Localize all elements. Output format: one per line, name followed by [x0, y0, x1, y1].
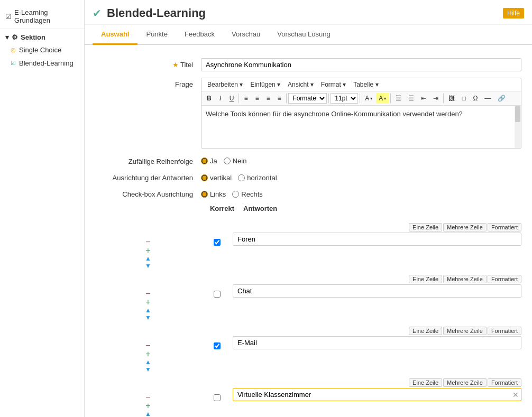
menu-einfuegen[interactable]: Einfügen ▾	[246, 79, 284, 90]
menu-format[interactable]: Format ▾	[317, 79, 350, 90]
answer-4-input[interactable]	[233, 388, 521, 401]
answer-2-input[interactable]	[233, 284, 521, 298]
answer-2-plus-btn[interactable]: +	[145, 298, 150, 307]
checkbox-rechts-radio[interactable]	[232, 191, 239, 198]
zufaellige-nein-label[interactable]: Nein	[224, 157, 247, 165]
answer-2-formatiert-btn[interactable]: Formatiert	[488, 275, 521, 283]
toolbar-link[interactable]: 🔗	[494, 93, 509, 104]
answer-2-down-btn[interactable]: ▼	[145, 314, 151, 321]
answer-3-input[interactable]	[233, 336, 521, 349]
help-button[interactable]: Hilfe	[503, 8, 524, 18]
sidebar: ☑ E-Learning Grundlagen ▾ ⚙ Sektion ◎ Si…	[0, 0, 85, 417]
answer-1-checkbox[interactable]	[214, 239, 221, 246]
sidebar-item-blended-learning[interactable]: ☑ Blended-Learning	[0, 57, 84, 70]
toolbar-align-left[interactable]: ≡	[241, 93, 251, 104]
answer-3-minus-btn[interactable]: −	[145, 341, 150, 350]
answer-1-plus-btn[interactable]: +	[145, 246, 150, 255]
ausrichtung-vertikal-label[interactable]: vertikal	[201, 174, 232, 182]
zufaellige-ja-label[interactable]: Ja	[201, 157, 217, 165]
answer-3-up-btn[interactable]: ▲	[145, 358, 151, 366]
answer-row-1: − + ▲ ▼ Eine Zeile Mehrere Zeile Formati…	[95, 223, 521, 270]
toolbar-align-center[interactable]: ≡	[252, 93, 262, 104]
answer-4-eine-zeile-btn[interactable]: Eine Zeile	[409, 378, 442, 387]
answer-3-formatiert-btn[interactable]: Formatiert	[488, 327, 521, 335]
toolbar-italic[interactable]: I	[215, 93, 226, 104]
answer-2-mehrere-zeile-btn[interactable]: Mehrere Zeile	[443, 275, 487, 283]
answer-4-mehrere-zeile-btn[interactable]: Mehrere Zeile	[443, 378, 487, 387]
answer-1-mehrere-zeile-btn[interactable]: Mehrere Zeile	[443, 223, 487, 231]
zufaellige-row: Zufällige Reihenfolge Ja Nein	[95, 155, 521, 165]
toolbar-bold[interactable]: B	[204, 93, 215, 104]
toolbar-font-size[interactable]: 11pt	[331, 93, 358, 104]
sidebar-item-single-choice[interactable]: ◎ Single Choice	[0, 43, 84, 57]
toolbar-image[interactable]: 🖼	[445, 93, 458, 104]
answer-4-btns: Eine Zeile Mehrere Zeile Formatiert	[233, 378, 521, 387]
answer-2-checkbox[interactable]	[214, 291, 221, 298]
zufaellige-ja-text: Ja	[210, 157, 217, 165]
toolbar-font-color[interactable]: A ▾	[362, 93, 375, 104]
answer-3-down-btn[interactable]: ▼	[145, 366, 151, 373]
toolbar-bg-color[interactable]: A ▾	[376, 93, 389, 104]
answer-2-eine-zeile-btn[interactable]: Eine Zeile	[409, 275, 442, 283]
toolbar-media[interactable]: □	[458, 93, 469, 104]
toolbar-align-right[interactable]: ≡	[263, 93, 273, 104]
ausrichtung-horizontal-label[interactable]: horizontal	[238, 174, 277, 182]
answer-4-minus-btn[interactable]: −	[145, 393, 150, 402]
answer-3-mehrere-zeile-btn[interactable]: Mehrere Zeile	[443, 327, 487, 335]
tab-vorschau[interactable]: Vorschau	[223, 25, 269, 45]
sidebar-elearning-label: E-Learning Grundlagen	[14, 8, 79, 24]
menu-bearbeiten[interactable]: Bearbeiten ▾	[204, 79, 246, 90]
answer-2-up-btn[interactable]: ▲	[145, 307, 151, 314]
answer-4-plus-btn[interactable]: +	[145, 402, 150, 410]
answer-4-controls: − + ▲ ▼	[95, 378, 201, 417]
zufaellige-ja-radio[interactable]	[201, 157, 208, 164]
menu-ansicht[interactable]: Ansicht ▾	[284, 79, 317, 90]
tab-punkte[interactable]: Punkte	[137, 25, 176, 45]
toolbar-outdent[interactable]: ⇤	[418, 93, 429, 104]
ausrichtung-horizontal-radio[interactable]	[238, 174, 245, 181]
tab-feedback[interactable]: Feedback	[176, 25, 223, 45]
toolbar-justify[interactable]: ≡	[274, 93, 285, 104]
toolbar-underline[interactable]: U	[226, 93, 237, 104]
answer-3-eine-zeile-btn[interactable]: Eine Zeile	[409, 327, 442, 335]
toolbar-indent[interactable]: ⇥	[430, 93, 442, 104]
answer-4-up-btn[interactable]: ▲	[145, 410, 151, 417]
toolbar-ul[interactable]: ☰	[392, 93, 405, 104]
answer-4-clear-btn[interactable]: ✕	[512, 391, 519, 399]
answer-1-up-btn[interactable]: ▲	[145, 255, 151, 262]
zufaellige-label: Zufällige Reihenfolge	[95, 155, 201, 165]
editor-body[interactable]: Welche Tools können für die asynchrone O…	[201, 106, 521, 148]
sidebar-section-label: Sektion	[21, 33, 45, 41]
tab-auswahl[interactable]: Auswahl	[93, 25, 137, 45]
answer-3-checkbox[interactable]	[214, 342, 221, 349]
answer-1-formatiert-btn[interactable]: Formatiert	[488, 223, 521, 231]
answer-3-plus-btn[interactable]: +	[145, 350, 150, 358]
checkbox-rechts-label[interactable]: Rechts	[232, 190, 262, 198]
answer-1-field: Eine Zeile Mehrere Zeile Formatiert	[233, 223, 521, 246]
answer-row-3: − + ▲ ▼ Eine Zeile Mehrere Zeile Formati…	[95, 327, 521, 373]
answer-1-down-btn[interactable]: ▼	[145, 262, 151, 270]
checkbox-links-label[interactable]: Links	[201, 190, 226, 198]
answer-3-controls: − + ▲ ▼	[95, 327, 201, 373]
checkbox-links-radio[interactable]	[201, 191, 208, 198]
toolbar-format-select[interactable]: Formate	[288, 93, 327, 104]
toolbar-ol[interactable]: ☰	[405, 93, 417, 104]
title-control	[201, 58, 521, 71]
answer-1-minus-btn[interactable]: −	[145, 238, 150, 246]
zufaellige-nein-radio[interactable]	[224, 157, 231, 164]
answer-1-eine-zeile-btn[interactable]: Eine Zeile	[409, 223, 442, 231]
title-label: ★ Titel	[95, 58, 201, 69]
toolbar-hrule[interactable]: —	[481, 93, 494, 104]
menu-tabelle[interactable]: Tabelle ▾	[350, 79, 382, 90]
answer-1-input[interactable]	[233, 233, 521, 246]
answer-2-minus-btn[interactable]: −	[145, 290, 150, 298]
tab-vorschau-loesung[interactable]: Vorschau Lösung	[269, 25, 338, 45]
ausrichtung-vertikal-radio[interactable]	[201, 174, 208, 181]
answer-4-checkbox[interactable]	[214, 394, 221, 401]
title-row: ★ Titel	[95, 58, 521, 71]
ausrichtung-label: Ausrichtung der Antworten	[95, 172, 201, 182]
answers-header: Korrekt Antworten	[201, 205, 521, 212]
title-input[interactable]	[201, 58, 521, 71]
answer-4-formatiert-btn[interactable]: Formatiert	[488, 378, 521, 387]
toolbar-special-char[interactable]: Ω	[470, 93, 481, 104]
